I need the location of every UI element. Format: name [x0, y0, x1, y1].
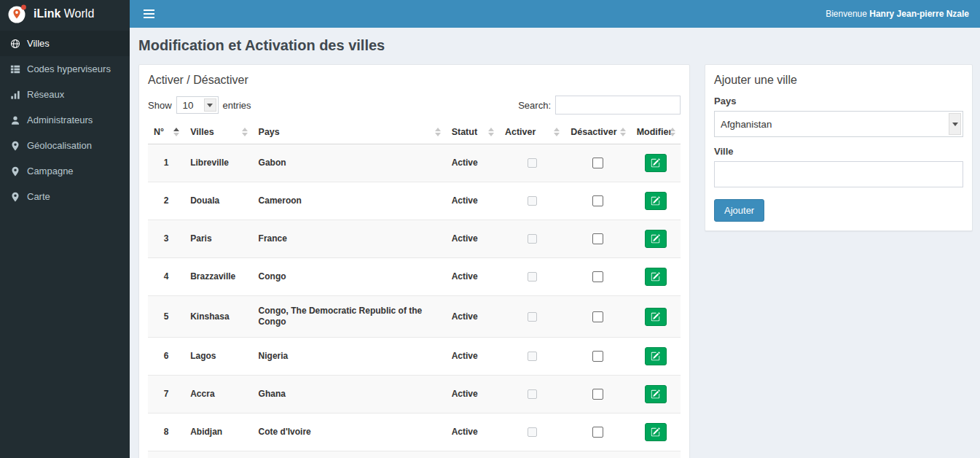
topbar: iLink World Bienvenue Hanry Jean-pierre …: [0, 0, 980, 28]
activer-checkbox[interactable]: [528, 427, 537, 437]
page-length-control: Show 10 entries: [148, 96, 251, 114]
page-length-select[interactable]: 10: [177, 97, 218, 113]
show-label: Show: [148, 100, 172, 111]
activer-checkbox[interactable]: [528, 312, 537, 322]
user-icon: [10, 115, 20, 125]
column-header[interactable]: Activer: [499, 120, 565, 144]
cell-statut: Active: [446, 296, 499, 338]
sidebar-item-label: Villes: [27, 38, 50, 49]
cell-statut: Active: [446, 144, 499, 182]
desactiver-checkbox[interactable]: [592, 233, 603, 244]
sidebar-item[interactable]: Réseaux: [0, 82, 130, 107]
cell-ville: Abidjan: [184, 414, 252, 451]
sidebar-toggle-icon[interactable]: [141, 5, 157, 23]
sidebar-item[interactable]: Administrateurs: [0, 107, 130, 133]
navbar: Bienvenue Hanry Jean-pierre Nzale: [130, 0, 980, 28]
cell-ville: Douala: [184, 182, 252, 220]
pencil-square-icon: [651, 196, 660, 206]
cell-pays: Congo, The Democratic Republic of the Co…: [253, 296, 446, 338]
column-header[interactable]: Statut: [446, 120, 499, 144]
desactiver-checkbox[interactable]: [592, 195, 603, 206]
bar-chart-icon: [10, 90, 20, 100]
sidebar-item[interactable]: Villes: [0, 31, 130, 56]
cell-ville: Kinshasa: [184, 296, 252, 338]
modify-button[interactable]: [645, 154, 667, 172]
sort-icon: [670, 128, 675, 136]
entries-label: entries: [223, 100, 251, 111]
sort-icon: [554, 128, 560, 136]
country-select[interactable]: Afghanistan: [715, 112, 963, 136]
main-content: Modification et Activation des villes Ac…: [130, 28, 980, 458]
cell-pays: Nigeria: [253, 338, 446, 376]
cell-pays: Gabon: [253, 144, 446, 182]
activer-checkbox[interactable]: [528, 352, 537, 361]
desactiver-checkbox[interactable]: [592, 311, 603, 322]
column-header[interactable]: Modifier: [631, 120, 681, 144]
welcome-message: Bienvenue Hanry Jean-pierre Nzale: [826, 9, 969, 19]
table-row: 6 Lagos Nigeria Active: [148, 338, 681, 376]
modify-button[interactable]: [645, 385, 667, 403]
column-header[interactable]: N°: [148, 120, 184, 144]
search-label: Search:: [518, 100, 551, 111]
desactiver-checkbox[interactable]: [592, 158, 603, 168]
cell-ville: Dakar: [184, 451, 252, 458]
cell-ville: Paris: [184, 220, 252, 258]
modify-button[interactable]: [645, 347, 667, 365]
column-header[interactable]: Villes: [184, 120, 252, 144]
pencil-square-icon: [651, 312, 660, 322]
modify-button[interactable]: [645, 230, 667, 248]
cell-statut: Active: [446, 220, 499, 258]
pencil-square-icon: [651, 158, 660, 168]
sidebar-item[interactable]: Codes hyperviseurs: [0, 56, 130, 82]
activer-checkbox[interactable]: [528, 272, 537, 282]
search-input[interactable]: [555, 96, 681, 114]
cell-statut: Active: [446, 451, 499, 458]
modify-button[interactable]: [645, 192, 667, 210]
sidebar-item-label: Géolocalisation: [27, 140, 92, 151]
user-name: Hanry Jean-pierre Nzale: [869, 9, 969, 19]
page-title: Modification et Activation des villes: [138, 36, 969, 54]
brand-title: iLink World: [34, 7, 94, 20]
add-card-title: Ajouter une ville: [714, 74, 963, 87]
modify-button[interactable]: [645, 268, 667, 286]
map-marker-icon: [10, 166, 20, 176]
table-header-row: N° Villes: [148, 120, 681, 144]
sort-icon: [173, 128, 179, 136]
table-row: 5 Kinshasa Congo, The Democratic Republi…: [148, 296, 681, 338]
desactiver-checkbox[interactable]: [592, 351, 603, 362]
cell-pays: Congo: [253, 258, 446, 296]
country-select-wrap: Afghanistan: [714, 111, 963, 137]
map-marker-icon: [10, 192, 20, 202]
cell-statut: Active: [446, 258, 499, 296]
pencil-square-icon: [651, 427, 660, 437]
column-header[interactable]: Pays: [253, 120, 446, 144]
modify-button[interactable]: [645, 308, 667, 326]
sidebar-item[interactable]: Carte: [0, 184, 130, 209]
city-label: Ville: [714, 146, 963, 157]
cell-statut: Active: [446, 338, 499, 376]
modify-button[interactable]: [645, 423, 667, 441]
activer-checkbox[interactable]: [528, 196, 537, 206]
column-header[interactable]: Désactiver: [565, 120, 630, 144]
table-row: 1 Libreville Gabon Active: [148, 144, 681, 182]
table-row: 4 Brazzaville Congo Active: [148, 258, 681, 296]
brand-logo-link[interactable]: iLink World: [0, 0, 130, 28]
cell-statut: Active: [446, 376, 499, 414]
add-city-button[interactable]: Ajouter: [714, 199, 764, 222]
city-input[interactable]: [714, 161, 963, 187]
sort-icon: [435, 128, 441, 136]
cell-statut: Active: [446, 182, 499, 220]
desactiver-checkbox[interactable]: [592, 271, 603, 282]
sidebar-item[interactable]: Campagne: [0, 158, 130, 184]
cell-pays: Cameroon: [253, 182, 446, 220]
desactiver-checkbox[interactable]: [592, 427, 603, 438]
add-city-card: Ajouter une ville Pays Afghanistan Ville…: [705, 64, 973, 231]
activer-checkbox[interactable]: [528, 234, 537, 244]
grid-icon: [10, 64, 20, 74]
activer-checkbox[interactable]: [528, 389, 537, 399]
country-label: Pays: [714, 96, 963, 106]
sidebar-item[interactable]: Géolocalisation: [0, 133, 130, 158]
cell-num: 3: [148, 220, 184, 258]
desactiver-checkbox[interactable]: [592, 389, 603, 400]
activer-checkbox[interactable]: [528, 158, 537, 168]
